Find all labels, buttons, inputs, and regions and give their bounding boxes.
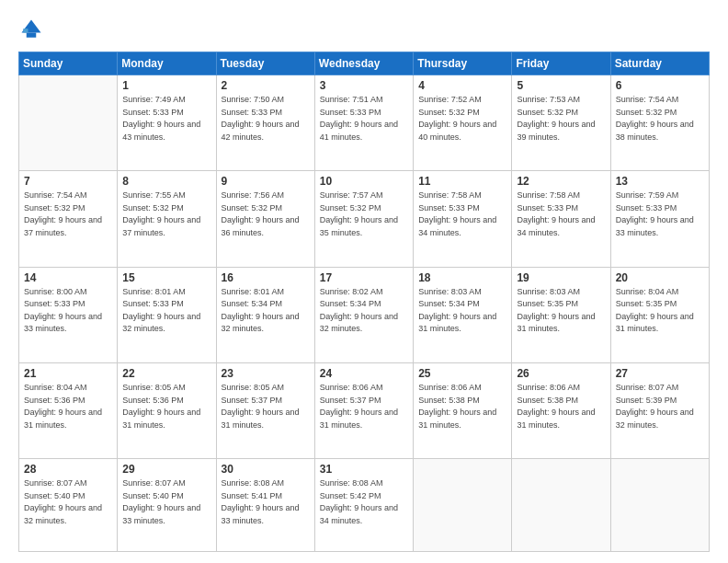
weekday-friday: Friday xyxy=(512,52,610,75)
day-number: 8 xyxy=(122,175,210,188)
day-info: Sunrise: 8:08 AMSunset: 5:42 PMDaylight:… xyxy=(320,477,408,527)
week-row-3: 14Sunrise: 8:00 AMSunset: 5:33 PMDayligh… xyxy=(19,267,710,362)
calendar-cell: 30Sunrise: 8:08 AMSunset: 5:41 PMDayligh… xyxy=(216,459,314,552)
svg-rect-1 xyxy=(27,33,37,38)
weekday-saturday: Saturday xyxy=(610,52,709,75)
calendar-cell: 19Sunrise: 8:03 AMSunset: 5:35 PMDayligh… xyxy=(512,267,610,362)
calendar-cell: 3Sunrise: 7:51 AMSunset: 5:33 PMDaylight… xyxy=(314,75,413,171)
day-info: Sunrise: 7:58 AMSunset: 5:33 PMDaylight:… xyxy=(418,190,506,239)
calendar-cell: 29Sunrise: 8:07 AMSunset: 5:40 PMDayligh… xyxy=(118,459,216,552)
calendar-cell: 21Sunrise: 8:04 AMSunset: 5:36 PMDayligh… xyxy=(19,363,118,459)
calendar-cell xyxy=(610,459,709,552)
day-info: Sunrise: 8:03 AMSunset: 5:35 PMDaylight:… xyxy=(517,286,605,336)
day-info: Sunrise: 7:54 AMSunset: 5:32 PMDaylight:… xyxy=(616,94,704,144)
week-row-2: 7Sunrise: 7:54 AMSunset: 5:32 PMDaylight… xyxy=(19,171,710,267)
day-info: Sunrise: 8:00 AMSunset: 5:33 PMDaylight:… xyxy=(24,286,112,336)
calendar-cell: 20Sunrise: 8:04 AMSunset: 5:35 PMDayligh… xyxy=(610,267,709,362)
calendar-cell: 24Sunrise: 8:06 AMSunset: 5:37 PMDayligh… xyxy=(314,363,413,459)
day-info: Sunrise: 7:53 AMSunset: 5:32 PMDaylight:… xyxy=(517,94,605,144)
day-number: 13 xyxy=(616,175,704,188)
weekday-monday: Monday xyxy=(118,52,216,75)
weekday-sunday: Sunday xyxy=(19,52,118,75)
calendar-cell: 17Sunrise: 8:02 AMSunset: 5:34 PMDayligh… xyxy=(314,267,413,362)
day-number: 24 xyxy=(320,367,408,380)
header xyxy=(18,17,710,42)
calendar-cell: 22Sunrise: 8:05 AMSunset: 5:36 PMDayligh… xyxy=(118,363,216,459)
day-info: Sunrise: 7:58 AMSunset: 5:33 PMDaylight:… xyxy=(517,190,605,239)
day-info: Sunrise: 8:01 AMSunset: 5:34 PMDaylight:… xyxy=(222,286,310,336)
calendar-cell: 25Sunrise: 8:06 AMSunset: 5:38 PMDayligh… xyxy=(414,363,512,459)
day-info: Sunrise: 8:01 AMSunset: 5:33 PMDaylight:… xyxy=(122,286,210,336)
day-number: 1 xyxy=(122,79,210,92)
calendar-cell: 18Sunrise: 8:03 AMSunset: 5:34 PMDayligh… xyxy=(414,267,512,362)
day-number: 22 xyxy=(122,367,210,380)
day-number: 19 xyxy=(517,271,605,284)
day-number: 20 xyxy=(616,271,704,284)
day-info: Sunrise: 8:03 AMSunset: 5:34 PMDaylight:… xyxy=(418,286,506,336)
day-info: Sunrise: 8:07 AMSunset: 5:40 PMDaylight:… xyxy=(122,477,210,527)
day-info: Sunrise: 7:59 AMSunset: 5:33 PMDaylight:… xyxy=(616,190,704,239)
day-number: 2 xyxy=(222,79,310,92)
calendar-cell: 8Sunrise: 7:55 AMSunset: 5:32 PMDaylight… xyxy=(118,171,216,267)
page: SundayMondayTuesdayWednesdayThursdayFrid… xyxy=(0,0,728,563)
calendar-cell: 27Sunrise: 8:07 AMSunset: 5:39 PMDayligh… xyxy=(610,363,709,459)
day-number: 10 xyxy=(320,175,408,188)
calendar-table: SundayMondayTuesdayWednesdayThursdayFrid… xyxy=(18,52,710,552)
day-number: 3 xyxy=(320,79,408,92)
day-number: 28 xyxy=(24,463,112,476)
day-info: Sunrise: 7:56 AMSunset: 5:32 PMDaylight:… xyxy=(222,190,310,239)
day-number: 7 xyxy=(24,175,112,188)
day-info: Sunrise: 8:06 AMSunset: 5:38 PMDaylight:… xyxy=(418,382,506,431)
weekday-thursday: Thursday xyxy=(414,52,512,75)
day-info: Sunrise: 7:49 AMSunset: 5:33 PMDaylight:… xyxy=(122,94,210,144)
day-number: 17 xyxy=(320,271,408,284)
calendar-cell: 15Sunrise: 8:01 AMSunset: 5:33 PMDayligh… xyxy=(118,267,216,362)
day-number: 27 xyxy=(616,367,704,380)
day-number: 26 xyxy=(517,367,605,380)
day-number: 12 xyxy=(517,175,605,188)
calendar-cell: 5Sunrise: 7:53 AMSunset: 5:32 PMDaylight… xyxy=(512,75,610,171)
calendar-cell: 16Sunrise: 8:01 AMSunset: 5:34 PMDayligh… xyxy=(216,267,314,362)
day-info: Sunrise: 8:05 AMSunset: 5:36 PMDaylight:… xyxy=(122,382,210,431)
calendar-cell: 11Sunrise: 7:58 AMSunset: 5:33 PMDayligh… xyxy=(414,171,512,267)
day-info: Sunrise: 8:05 AMSunset: 5:37 PMDaylight:… xyxy=(222,382,310,431)
day-number: 31 xyxy=(320,463,408,476)
day-info: Sunrise: 7:57 AMSunset: 5:32 PMDaylight:… xyxy=(320,190,408,239)
day-number: 4 xyxy=(418,79,506,92)
day-info: Sunrise: 8:04 AMSunset: 5:35 PMDaylight:… xyxy=(616,286,704,336)
day-info: Sunrise: 7:52 AMSunset: 5:32 PMDaylight:… xyxy=(418,94,506,144)
calendar-cell: 26Sunrise: 8:06 AMSunset: 5:38 PMDayligh… xyxy=(512,363,610,459)
week-row-1: 1Sunrise: 7:49 AMSunset: 5:33 PMDaylight… xyxy=(19,75,710,171)
day-info: Sunrise: 8:02 AMSunset: 5:34 PMDaylight:… xyxy=(320,286,408,336)
week-row-4: 21Sunrise: 8:04 AMSunset: 5:36 PMDayligh… xyxy=(19,363,710,459)
day-number: 25 xyxy=(418,367,506,380)
day-number: 29 xyxy=(122,463,210,476)
day-number: 11 xyxy=(418,175,506,188)
week-row-5: 28Sunrise: 8:07 AMSunset: 5:40 PMDayligh… xyxy=(19,459,710,552)
calendar-cell: 14Sunrise: 8:00 AMSunset: 5:33 PMDayligh… xyxy=(19,267,118,362)
day-number: 30 xyxy=(222,463,310,476)
calendar-cell: 31Sunrise: 8:08 AMSunset: 5:42 PMDayligh… xyxy=(314,459,413,552)
calendar-cell: 1Sunrise: 7:49 AMSunset: 5:33 PMDaylight… xyxy=(118,75,216,171)
day-info: Sunrise: 8:06 AMSunset: 5:38 PMDaylight:… xyxy=(517,382,605,431)
day-info: Sunrise: 7:55 AMSunset: 5:32 PMDaylight:… xyxy=(122,190,210,239)
calendar-cell: 2Sunrise: 7:50 AMSunset: 5:33 PMDaylight… xyxy=(216,75,314,171)
day-info: Sunrise: 7:50 AMSunset: 5:33 PMDaylight:… xyxy=(222,94,310,144)
weekday-wednesday: Wednesday xyxy=(314,52,413,75)
calendar-cell xyxy=(414,459,512,552)
day-number: 14 xyxy=(24,271,112,284)
calendar-cell: 10Sunrise: 7:57 AMSunset: 5:32 PMDayligh… xyxy=(314,171,413,267)
weekday-tuesday: Tuesday xyxy=(216,52,314,75)
day-number: 18 xyxy=(418,271,506,284)
day-number: 15 xyxy=(122,271,210,284)
day-number: 21 xyxy=(24,367,112,380)
day-number: 9 xyxy=(222,175,310,188)
svg-rect-2 xyxy=(23,29,28,32)
calendar-cell: 9Sunrise: 7:56 AMSunset: 5:32 PMDaylight… xyxy=(216,171,314,267)
calendar-cell: 4Sunrise: 7:52 AMSunset: 5:32 PMDaylight… xyxy=(414,75,512,171)
day-info: Sunrise: 7:54 AMSunset: 5:32 PMDaylight:… xyxy=(24,190,112,239)
calendar-cell xyxy=(512,459,610,552)
calendar-cell: 13Sunrise: 7:59 AMSunset: 5:33 PMDayligh… xyxy=(610,171,709,267)
logo xyxy=(18,17,48,42)
calendar-cell: 6Sunrise: 7:54 AMSunset: 5:32 PMDaylight… xyxy=(610,75,709,171)
